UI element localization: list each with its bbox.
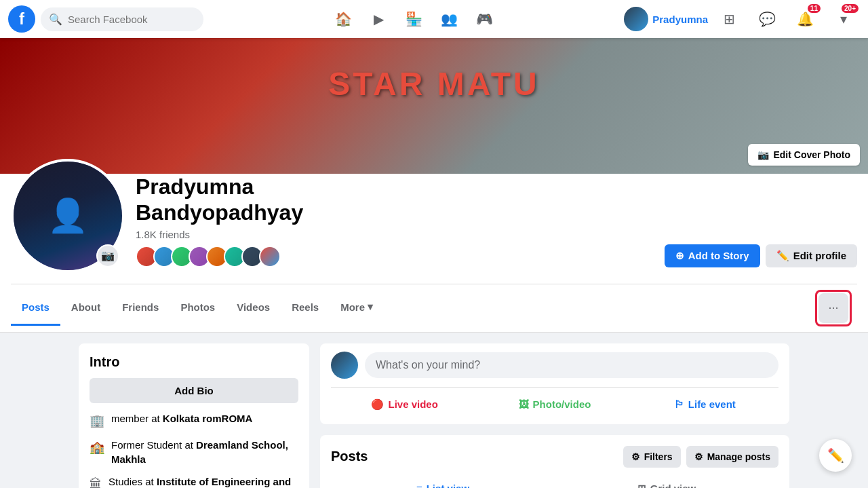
list-view-label: List view [427, 483, 469, 488]
profile-name-line2: Bandyopadhyay [136, 200, 303, 225]
user-profile-link[interactable]: Pradyumna [624, 7, 708, 31]
nav-tab-friends[interactable]: Friends [111, 290, 170, 326]
intro-work-org: Kolkata romROMA [163, 413, 253, 424]
search-bar[interactable]: 🔍 [41, 7, 203, 31]
chevron-down-icon: ▾ [368, 301, 373, 313]
nav-center-icons: 🏠 ▶ 🏪 👥 🎮 [327, 3, 500, 35]
profile-friends-count: 1.8K friends [136, 229, 654, 240]
work-icon: 🏢 [90, 413, 104, 430]
friends-avatars [136, 246, 654, 267]
ellipsis-icon: ··· [828, 301, 838, 315]
gaming-button[interactable]: 🎮 [468, 3, 500, 35]
profile-info: 👤 📷 Pradyumna Bandyopadhyay 1.8K friends [11, 174, 857, 284]
watch-button[interactable]: ▶ [362, 3, 395, 35]
facebook-logo: f [8, 5, 35, 33]
nav-tab-reels[interactable]: Reels [281, 290, 330, 326]
live-label: Live video [388, 398, 437, 410]
pencil-float-icon: ✏️ [827, 447, 844, 464]
change-photo-button[interactable]: 📷 [96, 244, 119, 267]
edit-float-button[interactable]: ✏️ [819, 439, 852, 472]
post-action-buttons: 🔴 Live video 🖼 Photo/video 🏳 Life event [331, 393, 778, 416]
edit-profile-label: Edit profile [793, 250, 846, 261]
photo-label: Photo/video [533, 398, 591, 410]
posts-header: Posts ⚙ Filters ⚙ Manage posts [331, 446, 778, 468]
post-creator-avatar [331, 352, 358, 379]
create-post-top: What's on your mind? [331, 352, 778, 379]
profile-actions: ⊕ Add to Story ✏️ Edit profile [665, 244, 857, 273]
nav-tab-photos[interactable]: Photos [170, 290, 226, 326]
posts-section: Posts ⚙ Filters ⚙ Manage posts ≡ List vi… [320, 435, 789, 488]
intro-item-work: 🏢 member at Kolkata romROMA [90, 411, 298, 430]
manage-posts-button[interactable]: ⚙ Manage posts [686, 446, 778, 468]
profile-name-line1: Pradyumna [136, 174, 254, 199]
friend-avatar [259, 246, 281, 267]
profile-details: Pradyumna Bandyopadhyay 1.8K friends [136, 174, 654, 273]
grid-view-tab[interactable]: ⊞ Grid view [555, 476, 778, 488]
more-options-button[interactable]: ··· [818, 293, 848, 323]
profile-navigation: Posts About Friends Photos Videos Reels … [11, 284, 857, 332]
chevron-down-icon: ▾ [840, 11, 847, 27]
add-to-story-button[interactable]: ⊕ Add to Story [665, 244, 760, 267]
photo-video-button[interactable]: 🖼 Photo/video [481, 393, 628, 416]
pencil-icon: ✏️ [776, 250, 789, 262]
nav-right-area: Pradyumna ⊞ 💬 🔔 11 ▾ 20+ [624, 3, 860, 35]
list-icon: ≡ [416, 483, 422, 488]
intro-item-school: 🏫 Former Student at Dreamland School, Ma… [90, 438, 298, 466]
add-bio-button[interactable]: Add Bio [90, 378, 298, 403]
intro-item-college: 🏛 Studies at Institute of Engineering an… [90, 474, 298, 488]
intro-school-prefix: Former Student at [111, 439, 196, 451]
camera-small-icon: 📷 [101, 249, 115, 262]
marketplace-button[interactable]: 🏪 [397, 3, 430, 35]
divider [331, 387, 778, 388]
profile-name: Pradyumna Bandyopadhyay [136, 174, 654, 226]
flag-icon: 🏳 [674, 398, 684, 410]
nav-avatar [624, 7, 648, 31]
main-content: Intro Add Bio 🏢 member at Kolkata romROM… [68, 333, 800, 488]
live-video-button[interactable]: 🔴 Live video [331, 393, 478, 416]
life-event-button[interactable]: 🏳 Life event [631, 393, 778, 416]
intro-card: Intro Add Bio 🏢 member at Kolkata romROM… [79, 343, 309, 488]
intro-title: Intro [90, 354, 298, 370]
nav-tab-posts[interactable]: Posts [11, 290, 60, 326]
home-button[interactable]: 🏠 [327, 3, 359, 35]
intro-work-text: member at Kolkata romROMA [111, 411, 298, 426]
grid-icon: ⊞ [724, 11, 735, 27]
filter-icon: ⚙ [631, 451, 640, 462]
feed: What's on your mind? 🔴 Live video 🖼 Phot… [320, 343, 789, 488]
create-post-card: What's on your mind? 🔴 Live video 🖼 Phot… [320, 343, 789, 424]
intro-college-prefix: Studies at [108, 476, 157, 487]
plus-circle-icon: ⊕ [675, 250, 684, 262]
camera-icon: 📷 [757, 149, 769, 160]
manage-icon: ⚙ [694, 451, 703, 462]
view-tabs: ≡ List view ⊞ Grid view [331, 476, 778, 488]
store-icon: 🏪 [406, 11, 422, 27]
notifications-button[interactable]: 🔔 11 [789, 3, 822, 35]
app-menu-button[interactable]: ⊞ [713, 3, 746, 35]
more-badge: 20+ [842, 4, 859, 13]
school-icon: 🏫 [90, 439, 104, 456]
filters-button[interactable]: ⚙ Filters [623, 446, 681, 468]
top-navigation: f 🔍 🏠 ▶ 🏪 👥 🎮 Pradyumna ⊞ 💬 [0, 0, 868, 38]
list-view-tab[interactable]: ≡ List view [331, 476, 555, 488]
edit-profile-button[interactable]: ✏️ Edit profile [766, 244, 857, 267]
nav-tab-more[interactable]: More ▾ [330, 290, 384, 326]
manage-posts-label: Manage posts [707, 451, 770, 462]
college-icon: 🏛 [90, 476, 102, 488]
intro-college-text: Studies at Institute of Engineering and … [108, 474, 298, 488]
search-input[interactable] [68, 14, 195, 25]
account-dropdown-button[interactable]: ▾ 20+ [827, 3, 860, 35]
messenger-button[interactable]: 💬 [751, 3, 784, 35]
gaming-icon: 🎮 [476, 11, 493, 27]
notification-badge: 11 [808, 4, 821, 13]
nav-tab-videos[interactable]: Videos [226, 290, 281, 326]
post-input-button[interactable]: What's on your mind? [365, 352, 778, 378]
edit-cover-button[interactable]: 📷 Edit Cover Photo [748, 144, 860, 166]
home-icon: 🏠 [335, 11, 352, 27]
add-to-story-label: Add to Story [688, 250, 749, 261]
nav-tab-about[interactable]: About [60, 290, 111, 326]
post-placeholder: What's on your mind? [376, 359, 480, 371]
groups-button[interactable]: 👥 [433, 3, 465, 35]
posts-header-actions: ⚙ Filters ⚙ Manage posts [623, 446, 778, 468]
filters-label: Filters [644, 451, 673, 462]
profile-section: 👤 📷 Pradyumna Bandyopadhyay 1.8K friends [0, 174, 868, 333]
